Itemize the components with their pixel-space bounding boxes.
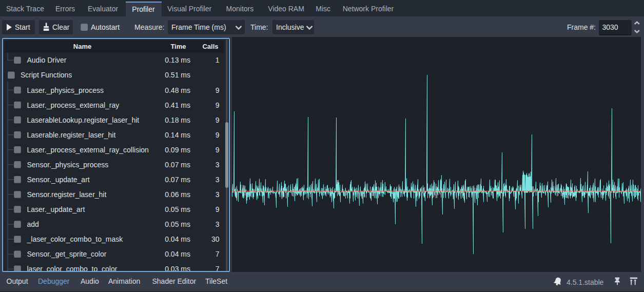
svg-text:4.5.1.stable: 4.5.1.stable bbox=[567, 278, 604, 286]
